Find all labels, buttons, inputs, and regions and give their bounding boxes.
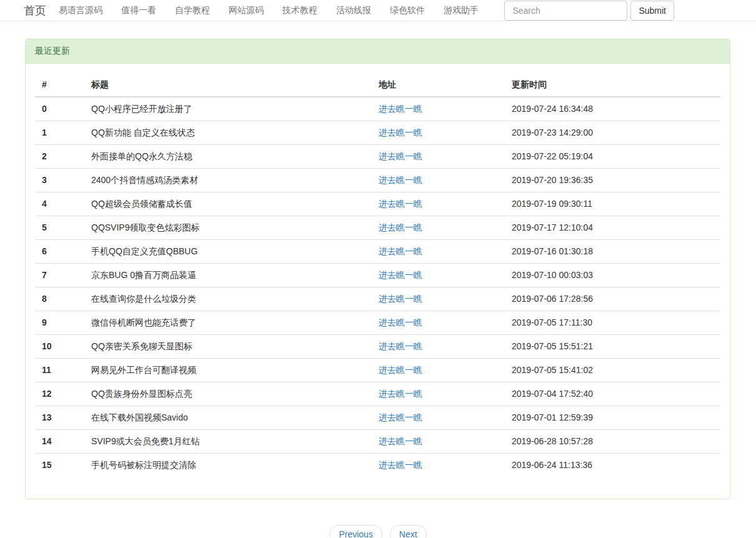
nav-item[interactable]: 技术教程 (273, 5, 327, 16)
table-row: 8 在线查询你是什么垃圾分类 进去瞧一瞧 2019-07-06 17:28:56 (35, 287, 720, 311)
nav-item[interactable]: 易语言源码 (49, 5, 112, 16)
row-index: 0 (35, 97, 84, 121)
table-row: 7 京东BUG 0撸百万商品装逼 进去瞧一瞧 2019-07-10 00:03:… (35, 264, 720, 287)
top-navbar: 首页 易语言源码 值得一看 自学教程 网站源码 技术教程 活动线报 绿色软件 游… (0, 0, 756, 21)
search-input[interactable] (504, 1, 627, 21)
row-title: 手机QQ自定义充值QBBUG (84, 240, 372, 264)
nav-brand-home[interactable]: 首页 (24, 3, 46, 18)
row-time: 2019-07-16 01:30:18 (505, 240, 720, 264)
row-title: QQ小程序已经开放注册了 (84, 97, 372, 121)
row-index: 4 (35, 192, 84, 216)
header-title: 标题 (84, 73, 372, 97)
row-index: 8 (35, 287, 84, 311)
table-row: 1 QQ新功能 自定义在线状态 进去瞧一瞧 2019-07-23 14:29:0… (35, 121, 720, 145)
previous-button[interactable]: Previous (329, 525, 382, 538)
panel-title: 最近更新 (26, 39, 730, 64)
row-index: 2 (35, 145, 84, 169)
row-title: QQSVIP9领取变色炫彩图标 (84, 216, 372, 240)
row-index: 7 (35, 264, 84, 287)
row-title: 网易见外工作台可翻译视频 (84, 359, 372, 382)
row-index: 9 (35, 311, 84, 335)
row-index: 12 (35, 382, 84, 406)
row-time: 2019-07-01 12:59:39 (505, 406, 720, 430)
row-title: QQ新功能 自定义在线状态 (84, 121, 372, 145)
row-time: 2019-07-20 19:36:35 (505, 169, 720, 192)
row-title: 在线下载外国视频Savido (84, 406, 372, 430)
row-link[interactable]: 进去瞧一瞧 (379, 412, 422, 422)
row-index: 15 (35, 454, 84, 477)
row-link[interactable]: 进去瞧一瞧 (379, 127, 422, 137)
row-title: 微信停机断网也能充话费了 (84, 311, 372, 335)
row-link[interactable]: 进去瞧一瞧 (379, 341, 422, 351)
row-time: 2019-07-22 05:19:04 (505, 145, 720, 169)
nav-item[interactable]: 活动线报 (327, 5, 380, 16)
submit-button[interactable]: Submit (630, 1, 674, 21)
row-title: SVIP9或大会员免费1月红钻 (84, 430, 372, 454)
row-time: 2019-07-19 09:30:11 (505, 192, 720, 216)
row-link[interactable]: 进去瞧一瞧 (379, 222, 422, 232)
row-link[interactable]: 进去瞧一瞧 (379, 270, 422, 280)
row-time: 2019-07-05 15:41:02 (505, 359, 720, 382)
row-link[interactable]: 进去瞧一瞧 (379, 436, 422, 446)
header-index: # (35, 73, 84, 97)
row-title: 在线查询你是什么垃圾分类 (84, 287, 372, 311)
row-time: 2019-06-24 11:13:36 (505, 454, 720, 477)
table-row: 5 QQSVIP9领取变色炫彩图标 进去瞧一瞧 2019-07-17 12:10… (35, 216, 720, 240)
row-link[interactable]: 进去瞧一瞧 (379, 104, 422, 114)
table-row: 10 QQ亲密关系免聊天显图标 进去瞧一瞧 2019-07-05 15:51:2… (35, 335, 720, 359)
row-link[interactable]: 进去瞧一瞧 (379, 389, 422, 399)
table-row: 4 QQ超级会员领储蓄成长值 进去瞧一瞧 2019-07-19 09:30:11 (35, 192, 720, 216)
table-row: 14 SVIP9或大会员免费1月红钻 进去瞧一瞧 2019-06-28 10:5… (35, 430, 720, 454)
next-button[interactable]: Next (390, 525, 427, 538)
table-row: 6 手机QQ自定义充值QBBUG 进去瞧一瞧 2019-07-16 01:30:… (35, 240, 720, 264)
row-time: 2019-07-17 12:10:04 (505, 216, 720, 240)
row-link[interactable]: 进去瞧一瞧 (379, 246, 422, 256)
row-index: 14 (35, 430, 84, 454)
row-time: 2019-07-24 16:34:48 (505, 97, 720, 121)
pager: Previous Next (0, 525, 756, 538)
row-time: 2019-07-10 00:03:03 (505, 264, 720, 287)
panel-body: # 标题 地址 更新时间 0 QQ小程序已经开放注册了 进去瞧一瞧 2019-0… (26, 64, 730, 499)
row-time: 2019-07-05 17:11:30 (505, 311, 720, 335)
nav-item[interactable]: 值得一看 (112, 5, 166, 16)
row-index: 1 (35, 121, 84, 145)
nav-item[interactable]: 自学教程 (166, 5, 219, 16)
table-row: 11 网易见外工作台可翻译视频 进去瞧一瞧 2019-07-05 15:41:0… (35, 359, 720, 382)
table-header-row: # 标题 地址 更新时间 (35, 73, 720, 97)
row-title: QQ贵族身份外显图标点亮 (84, 382, 372, 406)
row-link[interactable]: 进去瞧一瞧 (379, 365, 422, 375)
table-body: 0 QQ小程序已经开放注册了 进去瞧一瞧 2019-07-24 16:34:48… (35, 97, 720, 477)
table-row: 2 外面接单的QQ永久方法稳 进去瞧一瞧 2019-07-22 05:19:04 (35, 145, 720, 169)
row-index: 11 (35, 359, 84, 382)
row-index: 3 (35, 169, 84, 192)
row-link[interactable]: 进去瞧一瞧 (379, 175, 422, 185)
table-row: 13 在线下载外国视频Savido 进去瞧一瞧 2019-07-01 12:59… (35, 406, 720, 430)
row-time: 2019-07-04 17:52:40 (505, 382, 720, 406)
row-time: 2019-07-06 17:28:56 (505, 287, 720, 311)
search-form: Submit (504, 1, 674, 21)
row-title: 外面接单的QQ永久方法稳 (84, 145, 372, 169)
row-index: 10 (35, 335, 84, 359)
table-row: 12 QQ贵族身份外显图标点亮 进去瞧一瞧 2019-07-04 17:52:4… (35, 382, 720, 406)
recent-updates-panel: 最近更新 # 标题 地址 更新时间 0 QQ小程序已经开放注册了 进去瞧一瞧 2… (25, 39, 730, 499)
table-row: 3 2400个抖音情感鸡汤类素材 进去瞧一瞧 2019-07-20 19:36:… (35, 169, 720, 192)
nav-item[interactable]: 网站源码 (219, 5, 273, 16)
row-index: 13 (35, 406, 84, 430)
row-title: 手机号码被标注明提交清除 (84, 454, 372, 477)
table-row: 0 QQ小程序已经开放注册了 进去瞧一瞧 2019-07-24 16:34:48 (35, 97, 720, 121)
table-row: 9 微信停机断网也能充话费了 进去瞧一瞧 2019-07-05 17:11:30 (35, 311, 720, 335)
row-index: 6 (35, 240, 84, 264)
row-link[interactable]: 进去瞧一瞧 (379, 317, 422, 327)
row-link[interactable]: 进去瞧一瞧 (379, 460, 422, 470)
row-title: 京东BUG 0撸百万商品装逼 (84, 264, 372, 287)
nav-links: 易语言源码 值得一看 自学教程 网站源码 技术教程 活动线报 绿色软件 游戏助手 (49, 5, 488, 16)
nav-item[interactable]: 绿色软件 (380, 5, 434, 16)
nav-item[interactable]: 游戏助手 (434, 5, 488, 16)
row-link[interactable]: 进去瞧一瞧 (379, 199, 422, 209)
header-time: 更新时间 (505, 73, 720, 97)
row-link[interactable]: 进去瞧一瞧 (379, 151, 422, 161)
row-link[interactable]: 进去瞧一瞧 (379, 294, 422, 304)
row-time: 2019-07-05 15:51:21 (505, 335, 720, 359)
row-time: 2019-06-28 10:57:28 (505, 430, 720, 454)
row-time: 2019-07-23 14:29:00 (505, 121, 720, 145)
